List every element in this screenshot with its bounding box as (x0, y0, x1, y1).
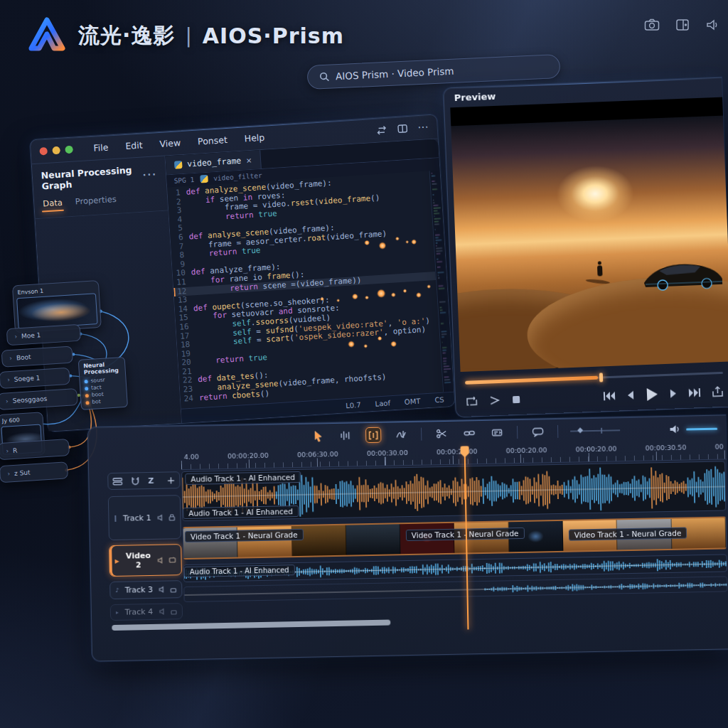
brand-separator: | (185, 24, 192, 48)
flag-icon[interactable] (489, 395, 501, 406)
waveform-icon[interactable] (338, 427, 353, 443)
scissors-icon[interactable] (434, 426, 449, 441)
pane-more-icon[interactable]: ··· (142, 168, 157, 180)
track-header[interactable]: ▶Video 2 (109, 544, 182, 577)
code-area[interactable]: 1def analyze_scene(video_frame):2 if see… (167, 170, 454, 408)
link-icon[interactable] (461, 425, 477, 441)
speaker-icon[interactable] (705, 18, 719, 31)
z-order-icon[interactable]: Z (148, 476, 154, 485)
camera-icon[interactable] (644, 18, 660, 31)
loop-icon[interactable] (466, 396, 478, 407)
video-clip[interactable]: Video Track 1 - Neural Grade Video Track… (183, 516, 727, 560)
status-item: CS (434, 396, 444, 405)
progress-playhead[interactable] (599, 373, 603, 382)
close-window-button[interactable] (39, 147, 48, 156)
clip-label: Audio Track 1 - AI Enhanced (185, 471, 301, 485)
minimize-window-button[interactable] (52, 146, 60, 155)
status-item: L0.7 (346, 401, 361, 410)
mute-icon[interactable] (159, 609, 166, 615)
brand-name-en: AIOS·Prism (203, 23, 344, 48)
swap-icon[interactable] (375, 124, 387, 135)
status-item: OMT (405, 397, 421, 406)
lock-icon[interactable] (170, 586, 176, 592)
python-icon (174, 161, 183, 169)
skip-end-icon[interactable] (688, 387, 702, 398)
code-lines[interactable]: 1def analyze_scene(video_frame):2 if see… (167, 171, 443, 409)
track-header[interactable]: ‖Track 1 (108, 495, 181, 540)
step-back-icon[interactable] (626, 390, 636, 400)
close-tab-icon[interactable]: × (246, 154, 252, 165)
trim-icon[interactable] (365, 427, 381, 443)
fader-icon[interactable] (570, 426, 620, 435)
python-icon (200, 175, 208, 183)
video-viewport[interactable] (450, 97, 728, 372)
mute-icon[interactable] (157, 557, 164, 563)
timeline-panel: 4.0000:00:20.0000:06:30.0000:00:30.0000:… (87, 414, 728, 661)
ruler-time-label: 00:00:20.00 (576, 444, 617, 453)
lock-icon[interactable] (171, 608, 177, 614)
add-track-icon[interactable]: + (166, 474, 175, 486)
status-item: Laof (375, 399, 390, 407)
search-input[interactable]: AIOS Prism · Video Prism (336, 65, 454, 82)
split-pages-icon[interactable] (675, 18, 690, 31)
pane-tab[interactable]: Data (43, 198, 63, 213)
export-icon[interactable] (712, 386, 724, 398)
stop-icon[interactable] (512, 395, 520, 404)
mute-icon[interactable] (159, 587, 166, 593)
clip-label: Audio Track 1 - AI Enhanced (184, 564, 295, 577)
editor-tab-label: video_frame (187, 156, 242, 169)
node-preview-image (16, 293, 98, 329)
input-port[interactable]: bot (85, 397, 123, 406)
volume-icon[interactable] (669, 424, 681, 434)
chat-icon[interactable] (530, 424, 545, 439)
ruler-time-label: 00:00:20.00 (506, 446, 547, 454)
track-lanes: Audio Track 1 - AI Enhanced Audio Track … (181, 461, 727, 602)
ruler-time-label: 00:00:20.00 (228, 451, 269, 460)
skip-start-icon[interactable] (603, 391, 616, 402)
clip-icon[interactable] (168, 557, 176, 563)
app-logo-icon (27, 16, 67, 55)
track-header[interactable]: ▸Track 4 (110, 603, 183, 621)
lock-icon[interactable] (168, 514, 175, 520)
ruler-time-label: 00:00:30.50 (645, 443, 686, 451)
marker-icon[interactable] (489, 424, 505, 440)
audio-clip[interactable]: Audio Track 1 - AI Enhanced Audio Track … (181, 461, 726, 521)
ruler-time-label: 00 (714, 442, 723, 450)
breadcrumb-left: SPG 1 (173, 176, 194, 185)
razor-icon[interactable] (393, 427, 409, 442)
track-header-column: Z + ‖Track 1 ▶Video 2 ♪Track 3 ▸Track 4 (107, 471, 183, 626)
layers-icon[interactable] (112, 477, 122, 485)
menu-item[interactable]: View (159, 137, 181, 149)
sun (540, 153, 650, 235)
ruler-time-label: 00:06:30.00 (297, 450, 338, 459)
magnet-icon[interactable] (131, 476, 139, 485)
transport-controls (466, 385, 724, 409)
menu-item[interactable]: Edit (125, 139, 143, 151)
play-icon[interactable] (646, 387, 659, 402)
person-silhouette (596, 261, 604, 280)
cursor-icon[interactable] (310, 428, 326, 444)
step-forward-icon[interactable] (669, 388, 678, 398)
preview-title: Preview (454, 91, 496, 103)
zoom-window-button[interactable] (65, 146, 73, 154)
ruler-time-label: 4.00 (184, 453, 199, 461)
menu-bar: FileEditViewPonsetHelp (93, 132, 265, 154)
split-view-icon[interactable] (397, 124, 408, 134)
preview-panel: Preview (443, 77, 728, 418)
pane-tab[interactable]: Properties (75, 194, 117, 210)
search-icon (319, 72, 330, 82)
mute-icon[interactable] (157, 514, 164, 520)
ruler-time-label: 00:00:30.00 (367, 449, 408, 457)
video-frame-image (451, 116, 728, 342)
breadcrumb-file: video_filter (213, 171, 262, 182)
volume-slider[interactable] (686, 427, 717, 430)
more-icon[interactable]: ··· (417, 120, 429, 134)
menu-item[interactable]: File (93, 142, 109, 154)
preview-progress-bar[interactable] (465, 369, 723, 386)
menu-item[interactable]: Help (244, 132, 264, 144)
graph-node-neural-processing[interactable]: Neural Processing sousr tact boot bot (78, 357, 128, 410)
track-header[interactable]: ♪Track 3 (109, 580, 182, 599)
track-tools: Z + (107, 471, 180, 490)
clip-label: Audio Track 1 - AI Enhanced (183, 505, 299, 519)
menu-item[interactable]: Ponset (198, 134, 228, 147)
